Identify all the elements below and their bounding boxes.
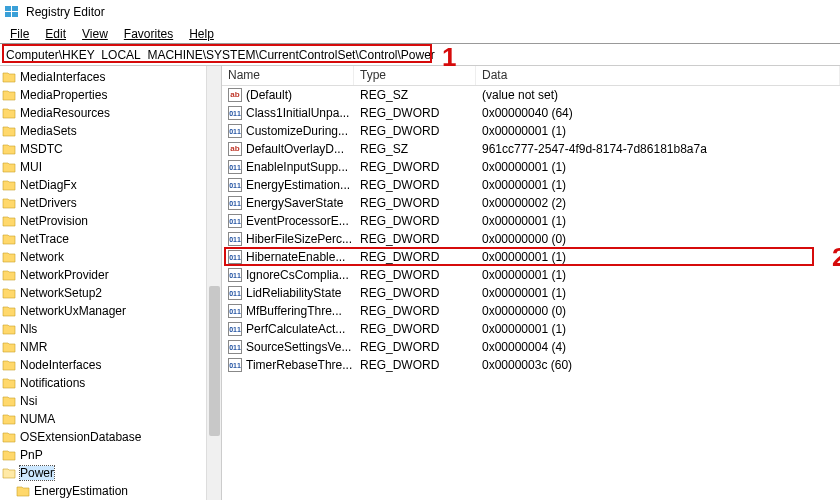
column-headers: Name Type Data [222, 66, 840, 86]
value-row[interactable]: 011TimerRebaseThre...REG_DWORD0x0000003c… [222, 356, 840, 374]
value-row[interactable]: 011HibernateEnable...REG_DWORD0x00000001… [222, 248, 840, 266]
value-name: EventProcessorE... [246, 214, 349, 228]
folder-icon [2, 394, 16, 408]
value-data: 0x00000000 (0) [476, 232, 840, 246]
column-name[interactable]: Name [222, 66, 354, 85]
binary-value-icon: 011 [228, 178, 242, 192]
value-row[interactable]: 011EventProcessorE...REG_DWORD0x00000001… [222, 212, 840, 230]
value-name-cell: 011Class1InitialUnpa... [222, 106, 354, 120]
value-row[interactable]: ab(Default)REG_SZ(value not set) [222, 86, 840, 104]
folder-icon [2, 142, 16, 156]
tree-item-label: Nls [20, 322, 37, 336]
value-name: MfBufferingThre... [246, 304, 342, 318]
value-name: Class1InitialUnpa... [246, 106, 349, 120]
value-type: REG_DWORD [354, 358, 476, 372]
folder-icon [2, 412, 16, 426]
address-bar[interactable]: Computer\HKEY_LOCAL_MACHINE\SYSTEM\Curre… [0, 44, 840, 66]
folder-icon [2, 448, 16, 462]
value-data: 961cc777-2547-4f9d-8174-7d86181b8a7a [476, 142, 840, 156]
tree-view[interactable]: MediaInterfacesMediaPropertiesMediaResou… [0, 66, 222, 500]
tree-item[interactable]: MediaProperties [0, 86, 221, 104]
tree-item[interactable]: NetProvision [0, 212, 221, 230]
tree-item-label: Nsi [20, 394, 37, 408]
value-data: 0x00000001 (1) [476, 178, 840, 192]
value-row[interactable]: 011CustomizeDuring...REG_DWORD0x00000001… [222, 122, 840, 140]
binary-value-icon: 011 [228, 160, 242, 174]
binary-value-icon: 011 [228, 268, 242, 282]
tree-item[interactable]: NetworkSetup2 [0, 284, 221, 302]
value-name: EnableInputSupp... [246, 160, 348, 174]
folder-icon [2, 124, 16, 138]
menu-favorites[interactable]: Favorites [116, 25, 181, 43]
tree-item[interactable]: MediaResources [0, 104, 221, 122]
folder-icon [2, 376, 16, 390]
folder-icon [2, 70, 16, 84]
tree-item[interactable]: MediaInterfaces [0, 68, 221, 86]
tree-item[interactable]: NUMA [0, 410, 221, 428]
tree-item[interactable]: MUI [0, 158, 221, 176]
folder-icon [2, 466, 16, 480]
menu-edit[interactable]: Edit [37, 25, 74, 43]
value-row[interactable]: abDefaultOverlayD...REG_SZ961cc777-2547-… [222, 140, 840, 158]
tree-item[interactable]: Nls [0, 320, 221, 338]
app-icon [4, 4, 20, 20]
value-row[interactable]: 011SourceSettingsVe...REG_DWORD0x0000000… [222, 338, 840, 356]
value-data: 0x00000002 (2) [476, 196, 840, 210]
value-row[interactable]: 011EnergySaverStateREG_DWORD0x00000002 (… [222, 194, 840, 212]
menu-view[interactable]: View [74, 25, 116, 43]
value-type: REG_DWORD [354, 232, 476, 246]
value-row[interactable]: 011HiberFileSizePerc...REG_DWORD0x000000… [222, 230, 840, 248]
value-name-cell: 011HiberFileSizePerc... [222, 232, 354, 246]
svg-rect-2 [5, 12, 11, 17]
tree-item[interactable]: PnP [0, 446, 221, 464]
list-view[interactable]: Name Type Data ab(Default)REG_SZ(value n… [222, 66, 840, 500]
folder-icon [2, 196, 16, 210]
tree-item[interactable]: NetTrace [0, 230, 221, 248]
tree-item[interactable]: NetDrivers [0, 194, 221, 212]
tree-item[interactable]: MediaSets [0, 122, 221, 140]
tree-item-label: NMR [20, 340, 47, 354]
tree-scrollbar[interactable] [206, 66, 221, 500]
value-name: PerfCalculateAct... [246, 322, 345, 336]
value-row[interactable]: 011MfBufferingThre...REG_DWORD0x00000000… [222, 302, 840, 320]
folder-icon [2, 106, 16, 120]
value-name-cell: 011CustomizeDuring... [222, 124, 354, 138]
tree-item[interactable]: NetworkProvider [0, 266, 221, 284]
value-data: 0x00000001 (1) [476, 214, 840, 228]
tree-item[interactable]: NetDiagFx [0, 176, 221, 194]
folder-icon [2, 178, 16, 192]
tree-item[interactable]: EnergyEstimation [0, 482, 221, 500]
menu-file[interactable]: File [2, 25, 37, 43]
folder-icon [2, 214, 16, 228]
tree-item-label: NetworkProvider [20, 268, 109, 282]
value-type: REG_DWORD [354, 340, 476, 354]
tree-item-label: MediaSets [20, 124, 77, 138]
value-row[interactable]: 011EnergyEstimation...REG_DWORD0x0000000… [222, 176, 840, 194]
column-data[interactable]: Data [476, 66, 840, 85]
tree-item[interactable]: NMR [0, 338, 221, 356]
value-row[interactable]: 011IgnoreCsComplia...REG_DWORD0x00000001… [222, 266, 840, 284]
tree-item[interactable]: Power [0, 464, 221, 482]
string-value-icon: ab [228, 88, 242, 102]
binary-value-icon: 011 [228, 322, 242, 336]
tree-scrollbar-thumb[interactable] [209, 286, 220, 436]
value-row[interactable]: 011LidReliabilityStateREG_DWORD0x0000000… [222, 284, 840, 302]
tree-item[interactable]: Nsi [0, 392, 221, 410]
value-name: EnergyEstimation... [246, 178, 350, 192]
binary-value-icon: 011 [228, 214, 242, 228]
tree-item[interactable]: Notifications [0, 374, 221, 392]
menu-help[interactable]: Help [181, 25, 222, 43]
tree-item[interactable]: MSDTC [0, 140, 221, 158]
value-row[interactable]: 011Class1InitialUnpa...REG_DWORD0x000000… [222, 104, 840, 122]
value-row[interactable]: 011EnableInputSupp...REG_DWORD0x00000001… [222, 158, 840, 176]
value-name-cell: 011LidReliabilityState [222, 286, 354, 300]
tree-item[interactable]: NodeInterfaces [0, 356, 221, 374]
tree-item[interactable]: NetworkUxManager [0, 302, 221, 320]
address-path[interactable]: Computer\HKEY_LOCAL_MACHINE\SYSTEM\Curre… [4, 47, 836, 63]
tree-item[interactable]: Network [0, 248, 221, 266]
value-type: REG_DWORD [354, 286, 476, 300]
value-name: (Default) [246, 88, 292, 102]
column-type[interactable]: Type [354, 66, 476, 85]
value-row[interactable]: 011PerfCalculateAct...REG_DWORD0x0000000… [222, 320, 840, 338]
tree-item[interactable]: OSExtensionDatabase [0, 428, 221, 446]
